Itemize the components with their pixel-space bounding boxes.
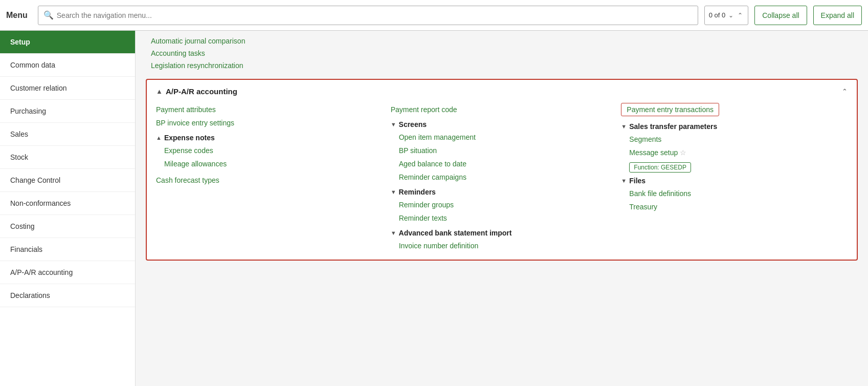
link-expense-codes[interactable]: Expense codes [156, 144, 383, 157]
sidebar-item-costing[interactable]: Costing [0, 215, 135, 238]
ap-ar-col3: Payment entry transactions ▼ Sales trans… [617, 103, 848, 252]
link-automatic-journal-comparison[interactable]: Automatic journal comparison [151, 35, 853, 47]
link-aged-balance[interactable]: Aged balance to date [391, 157, 613, 170]
link-bp-situation[interactable]: BP situation [391, 144, 613, 157]
screens-title: Screens [399, 120, 427, 128]
link-payment-entry-transactions[interactable]: Payment entry transactions [621, 103, 719, 116]
sidebar-item-customer-relation[interactable]: Customer relation [0, 77, 135, 100]
sidebar-item-financials[interactable]: Financials [0, 238, 135, 261]
sales-transfer-arrow[interactable]: ▼ [621, 123, 627, 130]
function-badge: Function: GESEDP [629, 162, 691, 173]
sidebar-item-common-data[interactable]: Common data [0, 54, 135, 77]
link-reminder-texts[interactable]: Reminder texts [391, 211, 613, 225]
screens-arrow[interactable]: ▼ [391, 121, 396, 127]
link-accounting-tasks[interactable]: Accounting tasks [151, 47, 853, 59]
expense-notes-arrow[interactable]: ▲ [156, 135, 162, 141]
ap-ar-col1: Payment attributes BP invoice entry sett… [156, 103, 387, 252]
expense-notes-title: Expense notes [164, 134, 215, 142]
advanced-bank-header: ▼ Advanced bank statement import [391, 229, 613, 237]
sidebar: Setup Common data Customer relation Purc… [0, 31, 136, 386]
collapse-all-button[interactable]: Collapse all [754, 6, 807, 25]
sidebar-item-setup[interactable]: Setup [0, 31, 135, 54]
sales-transfer-header: ▼ Sales transfer parameters [621, 122, 843, 131]
link-bank-file-definitions[interactable]: Bank file definitions [621, 187, 843, 200]
link-mileage-allowances[interactable]: Mileage allowances [156, 157, 383, 170]
search-wrapper: 🔍 [38, 6, 698, 25]
search-icon: 🔍 [43, 10, 54, 20]
link-bp-invoice-entry-settings[interactable]: BP invoice entry settings [156, 116, 383, 130]
ap-ar-section-title: A/P-A/R accounting [166, 87, 237, 96]
sidebar-item-purchasing[interactable]: Purchasing [0, 100, 135, 123]
sidebar-item-stock[interactable]: Stock [0, 146, 135, 169]
link-treasury[interactable]: Treasury [621, 200, 843, 213]
menu-label: Menu [6, 11, 28, 20]
link-cash-forecast-types[interactable]: Cash forecast types [156, 174, 383, 187]
content-area: Automatic journal comparison Accounting … [136, 31, 868, 386]
files-arrow[interactable]: ▼ [621, 178, 627, 184]
link-open-item-management[interactable]: Open item management [391, 131, 613, 144]
link-payment-attributes[interactable]: Payment attributes [156, 103, 383, 116]
sidebar-item-ap-ar-accounting[interactable]: A/P-A/R accounting [0, 261, 135, 284]
ap-ar-section-header: ▲ A/P-A/R accounting ⌃ [156, 87, 848, 96]
ap-ar-section-grid: Payment attributes BP invoice entry sett… [156, 103, 848, 252]
ap-ar-expand-arrow[interactable]: ⌃ [842, 88, 848, 95]
expense-notes-header: ▲ Expense notes [156, 134, 383, 142]
pre-section: Automatic journal comparison Accounting … [136, 31, 868, 74]
link-invoice-number-definition[interactable]: Invoice number definition [391, 239, 613, 252]
sidebar-item-sales[interactable]: Sales [0, 123, 135, 146]
ap-ar-col2: Payment report code ▼ Screens Open item … [387, 103, 617, 252]
next-result-button[interactable]: ⌃ [737, 12, 744, 19]
sales-transfer-title: Sales transfer parameters [629, 122, 717, 131]
expand-all-button[interactable]: Expand all [813, 6, 862, 25]
function-badge-wrapper: Function: GESEDP [621, 160, 843, 173]
main-layout: Setup Common data Customer relation Purc… [0, 31, 868, 386]
link-legislation-resynchronization[interactable]: Legislation resynchronization [151, 59, 853, 72]
files-title: Files [629, 177, 646, 185]
star-icon[interactable]: ☆ [680, 148, 686, 157]
prev-result-button[interactable]: ⌄ [727, 12, 735, 19]
search-count: 0 of 0 ⌄ ⌃ [704, 6, 749, 25]
sidebar-item-non-conformances[interactable]: Non-conformances [0, 192, 135, 215]
files-header: ▼ Files [621, 177, 843, 185]
count-label: 0 of 0 [709, 11, 726, 19]
advanced-bank-arrow[interactable]: ▼ [391, 230, 396, 236]
ap-ar-collapse-arrow[interactable]: ▲ [156, 88, 163, 95]
advanced-bank-title: Advanced bank statement import [399, 229, 512, 237]
link-payment-report-code[interactable]: Payment report code [391, 103, 613, 116]
sidebar-item-change-control[interactable]: Change Control [0, 169, 135, 192]
ap-ar-section-box: ▲ A/P-A/R accounting ⌃ Payment attribute… [146, 79, 858, 261]
sidebar-item-declarations[interactable]: Declarations [0, 284, 135, 307]
search-input[interactable] [57, 11, 693, 19]
link-segments[interactable]: Segments [621, 133, 843, 146]
message-setup-row: Message setup ☆ [621, 146, 843, 159]
reminders-arrow[interactable]: ▼ [391, 189, 396, 195]
screens-header: ▼ Screens [391, 120, 613, 128]
reminders-title: Reminders [399, 188, 436, 196]
link-reminder-groups[interactable]: Reminder groups [391, 198, 613, 211]
link-message-setup[interactable]: Message setup [629, 146, 678, 159]
link-reminder-campaigns[interactable]: Reminder campaigns [391, 170, 613, 184]
top-bar: Menu 🔍 0 of 0 ⌄ ⌃ Collapse all Expand al… [0, 0, 868, 31]
reminders-header: ▼ Reminders [391, 188, 613, 196]
ap-ar-section-title-row: ▲ A/P-A/R accounting [156, 87, 237, 96]
